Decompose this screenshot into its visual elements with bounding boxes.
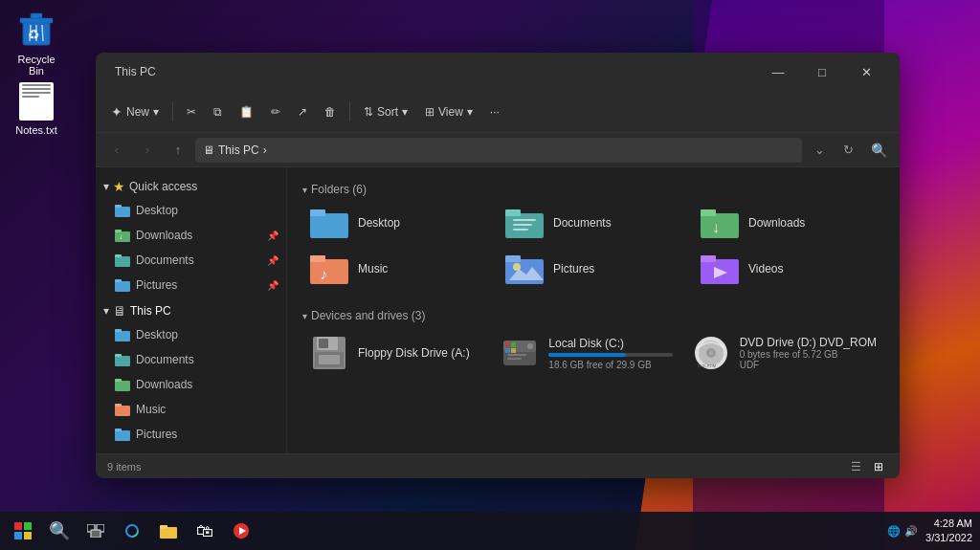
taskbar-right: 🌐 🔊 4:28 AM 3/31/2022 bbox=[887, 517, 972, 546]
sidebar-item-music-pc[interactable]: Music bbox=[96, 397, 286, 422]
desktop-folder-icon-pc bbox=[115, 328, 130, 341]
new-button[interactable]: ✦ New ▾ bbox=[103, 99, 167, 124]
drives-grid: Floppy Disk Drive (A:) bbox=[302, 328, 884, 378]
sidebar-pictures-pc-label: Pictures bbox=[136, 428, 177, 441]
svg-rect-16 bbox=[115, 331, 130, 341]
notes-desktop-icon[interactable]: Notes.txt bbox=[8, 78, 65, 140]
copy-icon: ⧉ bbox=[213, 105, 222, 119]
drive-item-floppy[interactable]: Floppy Disk Drive (A:) bbox=[302, 328, 489, 378]
recycle-bin-desktop-icon[interactable]: ♻ Recycle Bin bbox=[8, 8, 65, 80]
search-taskbar-button[interactable]: 🔍 bbox=[44, 516, 75, 546]
close-button[interactable]: ✕ bbox=[844, 56, 888, 87]
downloads-folder-icon-pc bbox=[115, 378, 130, 391]
dvd-drive-icon: DVD-ROM bbox=[692, 334, 730, 372]
folders-label: Folders (6) bbox=[311, 183, 367, 196]
desktop: ♻ Recycle Bin Notes.txt This PC — □ ✕ bbox=[0, 0, 980, 550]
sidebar-this-pc-header[interactable]: ▾ 🖥 This PC bbox=[96, 299, 286, 322]
new-dropdown-icon: ▾ bbox=[153, 105, 159, 119]
svg-rect-61 bbox=[505, 348, 510, 353]
sort-label: Sort bbox=[377, 105, 398, 119]
folder-item-pictures[interactable]: Pictures bbox=[498, 248, 689, 290]
drives-section-header: ▾ Devices and drives (3) bbox=[302, 301, 884, 328]
folder-desktop-icon bbox=[310, 208, 348, 238]
folder-item-videos[interactable]: Videos bbox=[693, 248, 884, 290]
svg-point-44 bbox=[513, 263, 521, 271]
drive-bar bbox=[548, 353, 625, 357]
address-path[interactable]: 🖥 This PC › bbox=[195, 138, 802, 163]
notes-label: Notes.txt bbox=[15, 124, 56, 136]
rename-button[interactable]: ✏ bbox=[263, 100, 288, 123]
sidebar-item-documents-qa[interactable]: Documents 📌 bbox=[96, 248, 286, 273]
downloads-folder-icon: ↓ bbox=[115, 229, 130, 242]
start-button[interactable] bbox=[8, 516, 38, 546]
media-button[interactable] bbox=[226, 516, 256, 546]
folder-videos-label: Videos bbox=[748, 262, 783, 275]
sidebar-item-pictures-qa[interactable]: Pictures 📌 bbox=[96, 273, 286, 297]
share-button[interactable]: ↗ bbox=[290, 100, 315, 123]
drive-item-c[interactable]: Local Disk (C:) 18.6 GB free of 29.9 GB bbox=[493, 328, 679, 378]
svg-rect-31 bbox=[505, 209, 521, 216]
sidebar-desktop-qa-label: Desktop bbox=[136, 204, 178, 217]
documents-folder-icon-pc bbox=[115, 353, 130, 366]
sidebar-item-downloads-pc[interactable]: Downloads bbox=[96, 372, 286, 397]
store-button[interactable]: 🛍 bbox=[189, 516, 220, 546]
quick-access-label: Quick access bbox=[129, 180, 197, 193]
explorer-taskbar-button[interactable] bbox=[153, 516, 184, 546]
clock-area[interactable]: 4:28 AM 3/31/2022 bbox=[925, 517, 972, 546]
taskbar: 🔍 🛍 bbox=[0, 512, 980, 550]
list-view-button[interactable]: ☰ bbox=[846, 457, 865, 476]
svg-rect-57 bbox=[507, 358, 522, 360]
rename-icon: ✏ bbox=[271, 105, 280, 119]
sort-icon: ⇅ bbox=[364, 105, 373, 119]
sidebar-item-pictures-pc[interactable]: Pictures bbox=[96, 422, 286, 447]
sidebar-item-desktop-qa[interactable]: Desktop bbox=[96, 198, 286, 223]
paste-button[interactable]: 📋 bbox=[232, 100, 261, 123]
copy-button[interactable]: ⧉ bbox=[206, 100, 230, 123]
pictures-folder-icon-qa bbox=[115, 278, 130, 292]
cut-button[interactable]: ✂ bbox=[179, 100, 204, 123]
folder-item-desktop[interactable]: Desktop bbox=[302, 202, 494, 244]
drive-bar-container bbox=[548, 353, 672, 357]
grid-view-button[interactable]: ⊞ bbox=[869, 457, 888, 476]
back-button[interactable]: ‹ bbox=[103, 137, 130, 164]
maximize-button[interactable]: □ bbox=[800, 56, 844, 87]
sidebar-item-videos-pc[interactable]: Videos bbox=[96, 447, 286, 453]
minimize-button[interactable]: — bbox=[756, 56, 800, 87]
sidebar-item-desktop-pc[interactable]: Desktop bbox=[96, 322, 286, 347]
delete-button[interactable]: 🗑 bbox=[317, 100, 344, 123]
folder-item-documents[interactable]: Documents bbox=[498, 202, 689, 244]
view-icon: ⊞ bbox=[425, 105, 434, 119]
svg-rect-24 bbox=[115, 430, 130, 441]
more-button[interactable]: ··· bbox=[482, 100, 507, 123]
network-tray-icon[interactable]: 🌐 bbox=[887, 525, 901, 538]
clock-date: 3/31/2022 bbox=[925, 531, 972, 545]
taskview-icon bbox=[87, 524, 104, 538]
folder-downloads-label: Downloads bbox=[748, 216, 805, 230]
edge-button[interactable] bbox=[117, 516, 147, 546]
cut-icon: ✂ bbox=[187, 105, 196, 119]
folder-desktop-label: Desktop bbox=[358, 216, 400, 230]
paste-icon: 📋 bbox=[239, 105, 254, 119]
up-button[interactable]: ↑ bbox=[165, 137, 191, 164]
sidebar-item-documents-pc[interactable]: Documents bbox=[96, 347, 286, 372]
volume-tray-icon[interactable]: 🔊 bbox=[904, 525, 918, 538]
refresh-button[interactable]: ↻ bbox=[835, 137, 861, 164]
svg-rect-32 bbox=[513, 219, 536, 221]
svg-rect-76 bbox=[160, 525, 167, 529]
view-button[interactable]: ⊞ View ▾ bbox=[417, 100, 480, 123]
search-button[interactable]: 🔍 bbox=[865, 137, 892, 164]
view-label: View bbox=[438, 105, 463, 119]
address-dropdown-button[interactable]: ⌄ bbox=[806, 137, 833, 164]
sidebar-documents-qa-label: Documents bbox=[136, 253, 194, 267]
svg-point-55 bbox=[527, 343, 533, 349]
drive-item-dvd[interactable]: DVD-ROM DVD Drive (D:) DVD_ROM 0 bytes f… bbox=[684, 328, 884, 378]
sidebar-item-downloads-qa[interactable]: ↓ Downloads 📌 bbox=[96, 223, 286, 248]
sidebar-quick-access-header[interactable]: ▾ ★ Quick access bbox=[96, 175, 286, 198]
folder-item-downloads[interactable]: ↓ Downloads bbox=[693, 202, 884, 244]
status-bar: 9 items ☰ ⊞ bbox=[96, 453, 900, 478]
forward-button[interactable]: › bbox=[134, 137, 161, 164]
svg-rect-15 bbox=[115, 279, 122, 282]
sort-button[interactable]: ⇅ Sort ▾ bbox=[356, 100, 415, 123]
taskview-button[interactable] bbox=[80, 516, 111, 546]
folder-item-music[interactable]: ♪ Music bbox=[302, 248, 494, 290]
